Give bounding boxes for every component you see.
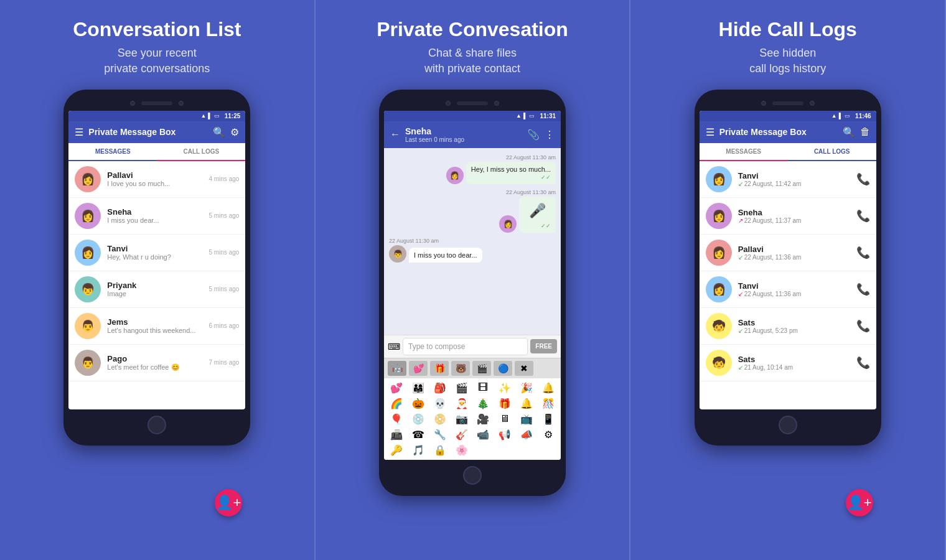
emoji-cell[interactable]: 🎒 — [430, 381, 451, 395]
emoji-cell[interactable]: 🎅 — [451, 396, 472, 411]
emoji-cell[interactable]: 🌈 — [386, 396, 407, 411]
compose-input[interactable]: Type to compose — [403, 338, 528, 355]
emoji-cell[interactable]: 💕 — [386, 381, 407, 395]
emoji-cell[interactable]: 🎉 — [517, 381, 537, 395]
tabs-bar-3: MESSAGES CALL LOGS — [700, 143, 876, 161]
conversation-item[interactable]: 👩 Pallavi I love you so much... 4 mins a… — [68, 161, 245, 198]
emoji-tab[interactable]: 🤖 — [388, 361, 406, 376]
emoji-cell[interactable]: 🖥 — [495, 412, 515, 426]
phone-icon[interactable]: 📞 — [856, 209, 870, 223]
fab-1[interactable]: 👤+ — [215, 489, 242, 516]
compose-free-button[interactable]: FREE — [530, 339, 557, 353]
emoji-cell[interactable]: 🔔 — [538, 381, 558, 395]
avatar: 👨 — [75, 350, 101, 376]
emoji-cell[interactable]: 🎃 — [408, 396, 429, 411]
fab-3[interactable]: 👤+ — [846, 489, 873, 516]
phone1-camera — [130, 101, 135, 106]
message-bubble: I miss you too dear... — [409, 248, 482, 263]
emoji-cell[interactable]: 📠 — [386, 427, 407, 442]
emoji-cell[interactable]: 💀 — [430, 396, 451, 411]
emoji-cell[interactable]: 🎸 — [451, 427, 472, 442]
back-icon[interactable]: ← — [390, 129, 400, 140]
emoji-cell[interactable]: 📣 — [517, 427, 537, 442]
emoji-cell[interactable]: 📹 — [473, 427, 494, 442]
emoji-tab[interactable]: 🔵 — [494, 361, 512, 376]
conversation-item[interactable]: 👦 Priyank Image 5 mins ago — [68, 271, 245, 308]
phone2-screen: ▲ ▌ ▭ 11:31 ← Sneha Last seen 0 mins ago… — [384, 111, 561, 460]
conversation-item[interactable]: 👩 Tanvi Hey, What r u doing? 5 mins ago — [68, 235, 245, 271]
emoji-cell[interactable]: ☎ — [408, 427, 429, 442]
call-content: Sats ↙ 21 August, 5:23 pm — [738, 318, 850, 334]
emoji-cell[interactable]: ✨ — [495, 381, 515, 395]
emoji-cell[interactable]: 🌸 — [451, 443, 472, 457]
call-item[interactable]: 🧒 Sats ↙ 21 Aug, 10:14 am 📞 — [700, 345, 876, 381]
emoji-tab[interactable]: 💕 — [409, 361, 428, 376]
emoji-cell[interactable]: 🔒 — [430, 443, 451, 457]
emoji-cell[interactable]: 🎬 — [451, 381, 472, 395]
phone-icon[interactable]: 📞 — [856, 282, 870, 296]
panel1-title: Conversation List — [73, 19, 241, 40]
emoji-cell[interactable]: 🎥 — [473, 412, 494, 426]
call-item[interactable]: 👩 Pallavi ↙ 22 August, 11:36 am 📞 — [700, 235, 876, 271]
search-icon-1[interactable]: 🔍 — [213, 126, 225, 138]
attach-icon[interactable]: 📎 — [527, 129, 540, 141]
call-item[interactable]: 🧒 Sats ↙ 21 August, 5:23 pm 📞 — [700, 308, 876, 345]
emoji-cell[interactable]: ⚙ — [538, 427, 558, 442]
conv-preview: Let's meet for coffee 😊 — [107, 363, 202, 371]
emoji-cell[interactable]: 📷 — [451, 412, 472, 426]
emoji-cell[interactable]: 📢 — [495, 427, 515, 442]
settings-icon-1[interactable]: ⚙ — [230, 126, 239, 138]
phone1-home[interactable] — [148, 416, 166, 434]
phone-icon[interactable]: 📞 — [856, 356, 870, 370]
menu-icon-1[interactable]: ☰ — [75, 126, 83, 138]
tab-calllogs-3[interactable]: CALL LOGS — [788, 143, 876, 161]
conv-content: Tanvi Hey, What r u doing? — [107, 244, 202, 261]
phone1-bottom — [68, 409, 245, 437]
phone3-home[interactable] — [779, 416, 797, 434]
contact-status: Last seen 0 mins ago — [405, 136, 522, 143]
conversation-item[interactable]: 👨 Jems Let's hangout this weekend... 6 m… — [68, 308, 245, 345]
phone-icon[interactable]: 📞 — [856, 172, 870, 186]
emoji-cell[interactable]: 🎵 — [408, 443, 429, 457]
tab-messages-1[interactable]: MESSAGES — [68, 143, 157, 161]
conversation-item[interactable]: 👩 Sneha I miss you dear... 5 mins ago — [68, 198, 245, 235]
call-item[interactable]: 👩 Tanvi ↙ 22 August, 11:36 am 📞 — [700, 271, 876, 308]
call-direction-icon: ↙ — [738, 364, 743, 371]
delete-icon-3[interactable]: 🗑 — [860, 126, 870, 138]
emoji-cell[interactable]: 🎊 — [538, 396, 558, 411]
call-item[interactable]: 👩 Sneha ↗ 22 August, 11:37 am 📞 — [700, 198, 876, 235]
emoji-tab[interactable]: 🎬 — [472, 361, 491, 376]
emoji-tab[interactable]: ✖ — [515, 361, 533, 376]
emoji-cell[interactable]: 👨‍👩‍👧 — [408, 381, 429, 395]
call-item[interactable]: 👩 Tanvi ↙ 22 August, 11:42 am 📞 — [700, 161, 876, 198]
phone-icon[interactable]: 📞 — [856, 319, 870, 333]
conv-preview: Let's hangout this weekend... — [107, 327, 202, 334]
emoji-cell[interactable]: 🔑 — [386, 443, 407, 457]
emoji-cell[interactable]: 🔧 — [430, 427, 451, 442]
tab-messages-3[interactable]: MESSAGES — [700, 143, 788, 160]
msg-row: Hey, I miss you so much... ✓✓ 👩 — [446, 162, 556, 184]
emoji-cell[interactable]: 💿 — [408, 412, 429, 426]
emoji-cell[interactable]: 🔔 — [517, 396, 537, 411]
phone-icon[interactable]: 📞 — [856, 246, 870, 259]
conv-content: Priyank Image — [107, 281, 202, 297]
keyboard-icon[interactable]: ⌨ — [388, 342, 400, 352]
emoji-cell[interactable]: 📱 — [538, 412, 558, 426]
emoji-cell[interactable]: 📺 — [517, 412, 537, 426]
emoji-cell[interactable]: 🎈 — [386, 412, 407, 426]
conversation-item[interactable]: 👨 Pago Let's meet for coffee 😊 7 mins ag… — [68, 345, 245, 381]
tab-calllogs-1[interactable]: CALL LOGS — [157, 143, 245, 160]
more-icon[interactable]: ⋮ — [545, 129, 555, 141]
voice-icon: 🎤 — [524, 200, 551, 222]
emoji-cell[interactable]: 🎞 — [473, 381, 494, 395]
msg-text: Hey, I miss you so much... — [471, 166, 551, 173]
emoji-cell[interactable]: 🎄 — [473, 396, 494, 411]
battery-icon-3: ▭ — [845, 113, 850, 119]
emoji-cell[interactable]: 📀 — [430, 412, 451, 426]
emoji-tab[interactable]: 🎁 — [430, 361, 449, 376]
phone2-home[interactable] — [463, 466, 482, 485]
emoji-tab[interactable]: 🐻 — [451, 361, 470, 376]
emoji-cell[interactable]: 🎁 — [495, 396, 515, 411]
menu-icon-3[interactable]: ☰ — [706, 126, 714, 138]
search-icon-3[interactable]: 🔍 — [843, 126, 855, 138]
